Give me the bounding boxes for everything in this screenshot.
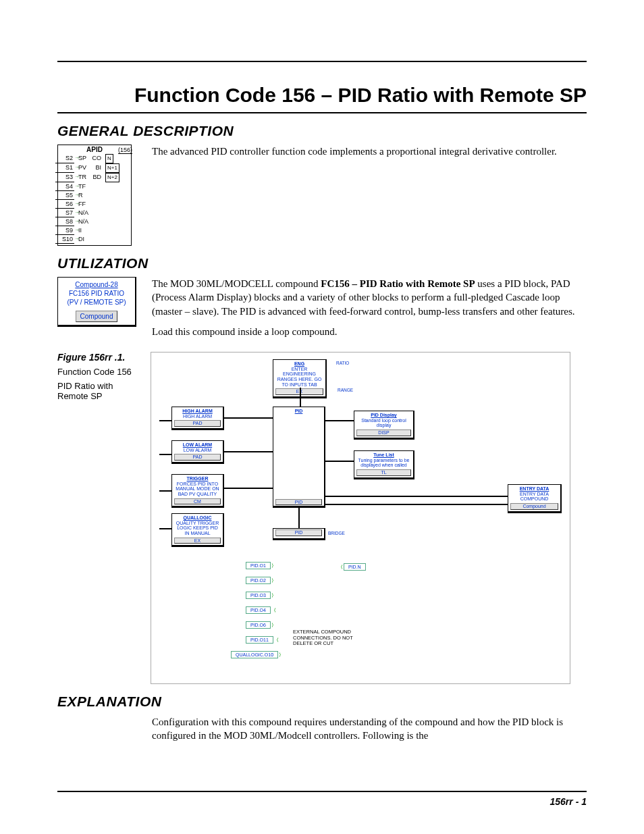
tag-label: PID.O11	[250, 637, 269, 642]
page-title: Function Code 156 – PID Ratio with Remot…	[57, 84, 587, 107]
block-header: ENG	[275, 361, 323, 367]
block-type-button[interactable]: Compound	[510, 503, 558, 510]
apid-sig: S7	[55, 209, 74, 217]
block-entry-data[interactable]: ENTRY DATA ENTRY DATA COMPOUND Compound	[508, 484, 562, 513]
explanation-body: Configuration with this compound require…	[152, 715, 587, 743]
block-type-button[interactable]: CM	[174, 498, 221, 505]
block-pid-bridge[interactable]: PID	[273, 528, 325, 540]
tag-pid-o6[interactable]: PID.O6〉	[246, 621, 271, 629]
apid-pin-label: R	[78, 191, 90, 200]
compound-box-line: (PV / REMOTE SP)	[59, 298, 134, 307]
block-header: PID Display	[356, 413, 411, 418]
tag-label: PID.O6	[250, 623, 266, 627]
tag-label: PID.N	[348, 565, 361, 569]
block-trigger[interactable]: TRIGGER FORCES PID INTO MANUAL MODE ON B…	[171, 474, 224, 508]
page-footer: 156rr - 1	[550, 796, 587, 807]
external-compound-note: EXTERNAL COMPOUND CONNECTIONS. DO NOT DE…	[293, 629, 353, 647]
apid-sig: S1	[55, 163, 74, 173]
label-bridge: BRIDGE	[328, 531, 345, 536]
tag-pid-o1[interactable]: PID.O1〉	[246, 562, 271, 569]
apid-pin-label: SP	[78, 154, 90, 163]
apid-sig: S4	[55, 182, 74, 191]
block-header: PID	[275, 409, 322, 414]
text-fragment: The MOD 30ML/MODCELL compound	[152, 278, 321, 289]
tag-label: PID.O4	[250, 608, 266, 613]
block-header: HIGH ALARM	[174, 409, 221, 414]
tag-label: QUALLOGIC.O10	[236, 652, 273, 657]
apid-pin-label: PV	[78, 163, 90, 173]
apid-sig: S3	[55, 173, 74, 182]
block-body: ENTER ENGINEERING RANGES HERE. GO TO INP…	[277, 367, 322, 387]
apid-pin-label: N/A	[78, 209, 90, 217]
apid-sig: S6	[55, 200, 74, 209]
apid-pin-label: TF	[78, 182, 90, 191]
tag-label: PID.O3	[250, 593, 266, 598]
tag-label: PID.O1	[250, 563, 266, 568]
label-range: RANGE	[338, 388, 353, 392]
figure-number: Figure 156rr .1.	[57, 352, 138, 363]
block-type-button[interactable]: PID	[275, 499, 322, 506]
block-body: Tuning parameters to be displayed when c…	[358, 458, 409, 468]
note-line: DELETE OR CUT	[293, 641, 353, 647]
tag-label: PID.O2	[250, 578, 266, 583]
apid-sig: S10	[55, 235, 74, 244]
apid-out-label: BI	[90, 163, 103, 173]
block-type-button[interactable]: PAD	[174, 454, 221, 461]
tag-pid-o11[interactable]: PID.O11〈	[246, 636, 273, 644]
utilization-paragraph-1: The MOD 30ML/MODCELL compound FC156 – PI…	[152, 277, 587, 318]
block-body: HIGH ALARM	[183, 414, 212, 419]
text-fragment-bold: FC156 – PID Ratio with Remote SP	[321, 278, 475, 289]
block-low-alarm[interactable]: LOW ALARM LOW ALARM PAD	[171, 440, 224, 464]
apid-pin-label: II	[78, 226, 90, 235]
tag-pid-o3[interactable]: PID.O3〉	[246, 592, 271, 599]
apid-out-label: BD	[90, 173, 103, 182]
block-high-alarm[interactable]: HIGH ALARM HIGH ALARM PAD	[171, 407, 224, 430]
block-pid-main[interactable]: PID PID	[273, 407, 325, 508]
apid-block-graphic: (156) APID S2→SPCON S1→PVBIN+1 S3→TRBDN+…	[57, 145, 138, 246]
block-body: ENTRY DATA COMPOUND	[520, 492, 549, 502]
block-header: QUALLOGIC	[174, 515, 221, 521]
block-header: TRIGGER	[174, 476, 221, 481]
apid-sig: S8	[55, 217, 74, 226]
block-type-button[interactable]: EX	[174, 538, 221, 544]
utilization-paragraph-2: Load this compound inside a loop compoun…	[152, 325, 587, 338]
tag-pid-o4[interactable]: PID.O4〈	[246, 606, 271, 614]
apid-pin-label: DI	[78, 235, 90, 244]
apid-out-label: CO	[90, 154, 103, 163]
tag-quallogic-o10[interactable]: QUALLOGIC.O10〉	[231, 651, 278, 658]
heading-general-description: GENERAL DESCRIPTION	[57, 123, 587, 139]
heading-utilization: UTILIZATION	[57, 255, 587, 271]
apid-out-box: N+2	[105, 173, 119, 182]
block-body: QUALITY TRIGGER LOGIC KEEPS PID IN MANUA…	[176, 521, 219, 536]
apid-code-label: (156)	[118, 147, 132, 154]
label-ratio: RATIO	[336, 361, 349, 365]
apid-sig: S9	[55, 226, 74, 235]
tag-pid-o2[interactable]: PID.O2〉	[246, 577, 271, 584]
block-header: ENTRY DATA	[510, 486, 558, 492]
block-diagram: ENG ENTER ENGINEERING RANGES HERE. GO TO…	[151, 352, 570, 684]
apid-pin-label: TR	[78, 173, 90, 182]
apid-pin-label: N/A	[78, 217, 90, 226]
apid-out-box: N	[105, 154, 113, 163]
figure-desc-line: PID Ratio with Remote SP	[57, 381, 138, 401]
block-type-button[interactable]: TL	[356, 469, 411, 476]
tag-pid-n[interactable]: 〈PID.N	[344, 563, 366, 571]
block-quallogic[interactable]: QUALLOGIC QUALITY TRIGGER LOGIC KEEPS PI…	[171, 513, 224, 547]
compound-button[interactable]: Compound	[76, 311, 118, 322]
block-type-button[interactable]: PAD	[174, 420, 221, 427]
block-body: Standard loop control display	[361, 418, 406, 428]
block-type-button[interactable]: PID	[275, 529, 322, 536]
block-body: FORCES PID INTO MANUAL MODE ON BAD PV QU…	[176, 481, 219, 496]
block-tune-list[interactable]: Tune List Tuning parameters to be displa…	[354, 450, 414, 479]
heading-explanation: EXPLANATION	[57, 694, 587, 710]
compound-icon-box: Compound-28 FC156 PID RATIO (PV / REMOTE…	[57, 277, 136, 327]
block-body: LOW ALARM	[184, 448, 212, 452]
block-header: LOW ALARM	[174, 442, 221, 448]
figure-desc-line: Function Code 156	[57, 367, 138, 377]
apid-sig: S2	[55, 154, 74, 163]
general-description-body: The advanced PID controller function cod…	[152, 145, 587, 158]
block-pid-display[interactable]: PID Display Standard loop control displa…	[354, 411, 414, 440]
block-header: Tune List	[356, 452, 411, 458]
compound-box-title: Compound-28	[59, 280, 134, 289]
block-type-button[interactable]: DISP	[356, 429, 411, 436]
